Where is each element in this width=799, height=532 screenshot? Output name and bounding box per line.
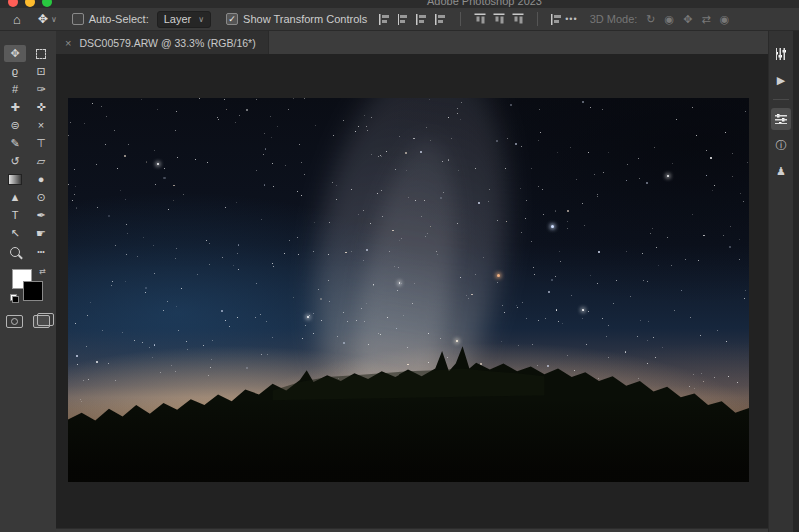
history-brush-tool[interactable]: ↺ <box>4 153 26 170</box>
traffic-lights <box>8 0 52 7</box>
gradient-tool[interactable] <box>4 171 26 188</box>
auto-select-target-dropdown[interactable]: Layer ∨ <box>157 11 211 28</box>
path-selection-tool[interactable]: ↖ <box>4 225 26 242</box>
brush-tool[interactable]: ✎ <box>4 135 26 152</box>
object-selection-tool[interactable]: ⊡ <box>30 63 52 80</box>
canvas-area[interactable]: 33.33% <box>56 54 768 532</box>
edit-toolbar[interactable]: ••• <box>30 243 52 260</box>
move-tool[interactable]: ✥ <box>4 45 26 62</box>
rectangular-marquee-tool-icon <box>36 49 46 59</box>
libraries-panel-icon[interactable]: ♟ <box>771 160 791 182</box>
crop-tool[interactable]: # <box>4 81 26 98</box>
quick-mask-mode-button[interactable] <box>6 315 23 328</box>
sharpen-tool[interactable]: ▲ <box>4 189 26 206</box>
tools-panel: ✥ϱ⊡#✑✚✜⊜×✎⊤↺▱●▲⊙T✒↖☛••• ⇄ <box>0 31 56 532</box>
zoom-tool[interactable] <box>4 243 26 260</box>
3d-roll-icon[interactable]: ◉ <box>665 13 675 26</box>
brush-settings-panel-icon[interactable] <box>771 43 791 65</box>
3d-dolly-icon[interactable]: ◉ <box>720 13 730 26</box>
pen-tool[interactable]: ✒ <box>30 207 52 224</box>
distribute-horizontally-icon[interactable] <box>513 13 524 25</box>
gradient-tool-icon <box>8 174 22 185</box>
align-bottom-edges-icon[interactable] <box>494 13 505 25</box>
panel-dock: ▶ⓘ♟ <box>768 31 799 532</box>
align-horizontal-centers-icon[interactable] <box>398 14 409 25</box>
eyedropper-tool[interactable]: ✑ <box>30 81 52 98</box>
dropdown-chevron-icon: ∨ <box>198 15 204 24</box>
3d-pan-icon[interactable]: ✥ <box>683 13 692 26</box>
photo-bottom-fade <box>68 98 749 482</box>
align-vertical-centers-icon[interactable] <box>475 13 486 25</box>
rectangular-marquee-tool[interactable] <box>30 45 52 62</box>
zoom-tool-icon <box>10 247 20 257</box>
actions-panel-icon[interactable]: ▶ <box>771 69 791 91</box>
home-icon[interactable]: ⌂ <box>13 12 21 27</box>
screen-mode-button[interactable] <box>33 315 50 328</box>
options-bar: ⌂ ✥ ∨ Auto-Select: Layer ∨ ✓ Show Transf… <box>0 8 799 31</box>
swap-colors-icon[interactable]: ⇄ <box>39 267 46 276</box>
blur-tool[interactable]: ● <box>30 171 52 188</box>
current-tool-icon[interactable]: ✥ <box>38 12 48 26</box>
healing-brush-tool[interactable]: ✜ <box>30 99 52 116</box>
toolbar-mode-buttons <box>6 315 50 328</box>
auto-select-target-value: Layer <box>164 13 192 25</box>
info-panel-icon[interactable]: ⓘ <box>771 134 791 156</box>
hand-tool[interactable]: ☛ <box>30 225 52 242</box>
document-tab[interactable]: × DSC00579.ARW @ 33.3% (RGB/16*) <box>56 31 269 54</box>
zoom-button[interactable] <box>42 0 52 7</box>
align-top-edges-icon[interactable] <box>435 14 447 25</box>
clone-stamp-tool[interactable]: ⊤ <box>30 135 52 152</box>
3d-orbit-icon[interactable]: ↻ <box>646 13 655 26</box>
content-aware-move-tool[interactable]: × <box>30 117 52 134</box>
background-color-swatch[interactable] <box>23 281 43 301</box>
status-bar: 33.33% <box>56 528 768 532</box>
default-colors-icon[interactable] <box>10 294 19 303</box>
tab-close-icon[interactable]: × <box>65 37 71 49</box>
3d-mode-icons-group: ↻◉✥⇄◉ <box>646 13 729 26</box>
3d-slide-icon[interactable]: ⇄ <box>701 13 710 26</box>
spot-healing-brush-tool[interactable]: ✚ <box>4 99 26 116</box>
eraser-tool[interactable]: ▱ <box>30 153 52 170</box>
lasso-tool[interactable]: ϱ <box>4 63 26 80</box>
adjustments-panel-icon-glyph <box>775 114 787 124</box>
color-swatches: ⇄ <box>10 269 46 305</box>
window-titlebar: Adobe Photoshop 2023 <box>0 0 799 8</box>
show-transform-controls-checkbox[interactable]: ✓ <box>226 13 238 25</box>
app-title: Adobe Photoshop 2023 <box>427 0 542 7</box>
align-more-options-icon[interactable]: ••• <box>565 14 577 24</box>
document-tab-title: DSC00579.ARW @ 33.3% (RGB/16*) <box>79 37 255 49</box>
3d-mode-label: 3D Mode: <box>590 13 638 25</box>
type-tool[interactable]: T <box>4 207 26 224</box>
photoshop-window: Adobe Photoshop 2023 ⌂ ✥ ∨ Auto-Select: … <box>0 0 799 532</box>
adjustments-panel-icon[interactable] <box>771 108 791 130</box>
photo-document[interactable] <box>68 98 749 482</box>
show-transform-controls-label: Show Transform Controls <box>243 13 367 25</box>
close-button[interactable] <box>8 0 18 7</box>
auto-select-checkbox[interactable] <box>72 13 84 25</box>
document-tab-bar: × DSC00579.ARW @ 33.3% (RGB/16*) <box>56 31 768 54</box>
tools-grid: ✥ϱ⊡#✑✚✜⊜×✎⊤↺▱●▲⊙T✒↖☛••• <box>4 45 52 260</box>
brush-settings-panel-icon-glyph <box>776 48 786 60</box>
patch-tool[interactable]: ⊜ <box>4 117 26 134</box>
align-left-edges-icon[interactable] <box>379 14 391 25</box>
tool-preset-chevron-icon[interactable]: ∨ <box>51 15 57 24</box>
distribute-vertically-icon[interactable] <box>551 14 563 25</box>
dock-divider <box>773 99 789 100</box>
options-divider <box>460 12 461 26</box>
minimize-button[interactable] <box>25 0 35 7</box>
dodge-tool[interactable]: ⊙ <box>30 189 52 206</box>
align-right-edges-icon[interactable] <box>416 14 428 25</box>
align-icons-group <box>379 12 563 26</box>
options-divider <box>537 12 538 26</box>
auto-select-label: Auto-Select: <box>89 13 149 25</box>
